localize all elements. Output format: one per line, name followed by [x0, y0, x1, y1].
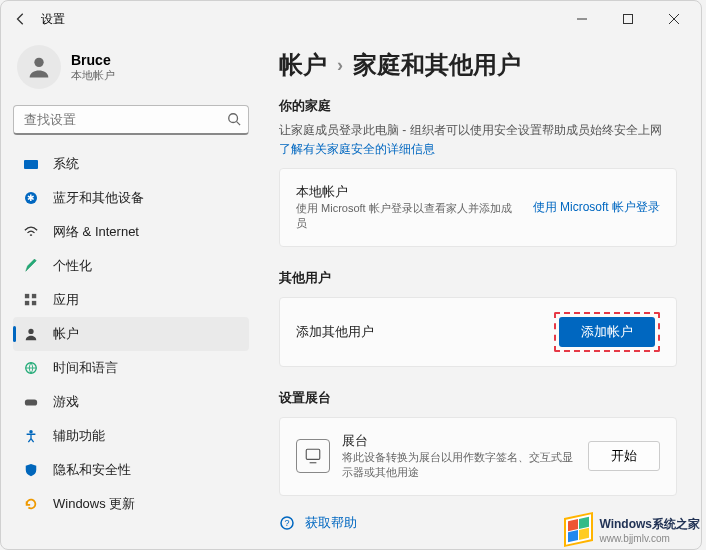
svg-rect-8 — [32, 294, 36, 298]
window-title: 设置 — [41, 11, 65, 28]
window-controls — [559, 3, 697, 35]
close-button[interactable] — [651, 3, 697, 35]
add-account-button[interactable]: 添加帐户 — [559, 317, 655, 347]
add-user-label: 添加其他用户 — [296, 323, 554, 341]
sidebar-item-label: 帐户 — [53, 325, 79, 343]
svg-rect-10 — [32, 301, 36, 305]
help-icon: ? — [279, 515, 295, 531]
sidebar-item-accessibility[interactable]: 辅助功能 — [13, 419, 249, 453]
watermark-url: www.bjjmlv.com — [599, 533, 700, 544]
sidebar-item-network[interactable]: 网络 & Internet — [13, 215, 249, 249]
svg-rect-9 — [25, 301, 29, 305]
back-button[interactable] — [5, 3, 37, 35]
highlight-annotation: 添加帐户 — [554, 312, 660, 352]
globe-icon — [23, 360, 39, 376]
breadcrumb: 帐户 › 家庭和其他用户 — [279, 49, 677, 81]
minimize-button[interactable] — [559, 3, 605, 35]
content-area: Bruce 本地帐户 系统 ✱ 蓝牙和其他设备 — [1, 37, 701, 549]
kiosk-title: 展台 — [342, 432, 588, 450]
svg-rect-15 — [306, 449, 320, 459]
sidebar-item-time[interactable]: 时间和语言 — [13, 351, 249, 385]
brush-icon — [23, 258, 39, 274]
sidebar-item-label: 网络 & Internet — [53, 223, 139, 241]
kiosk-card: 展台 将此设备转换为展台以用作数字签名、交互式显示器或其他用途 开始 — [279, 417, 677, 496]
search-input[interactable] — [13, 105, 249, 135]
local-account-title: 本地帐户 — [296, 183, 533, 201]
sidebar-item-label: 隐私和安全性 — [53, 461, 131, 479]
sidebar-item-label: 游戏 — [53, 393, 79, 411]
help-label: 获取帮助 — [305, 514, 357, 532]
sidebar-item-update[interactable]: Windows 更新 — [13, 487, 249, 521]
sidebar-item-label: 蓝牙和其他设备 — [53, 189, 144, 207]
main-panel: 帐户 › 家庭和其他用户 你的家庭 让家庭成员登录此电脑 - 组织者可以使用安全… — [261, 37, 701, 549]
svg-point-5 — [229, 114, 238, 123]
user-profile[interactable]: Bruce 本地帐户 — [13, 37, 249, 101]
accessibility-icon — [23, 428, 39, 444]
search-icon — [227, 112, 241, 130]
svg-rect-13 — [25, 399, 37, 405]
svg-rect-7 — [25, 294, 29, 298]
settings-window: 设置 Bruce 本地帐户 — [0, 0, 702, 550]
wifi-icon — [23, 224, 39, 240]
family-heading: 你的家庭 — [279, 97, 677, 115]
person-icon — [25, 53, 53, 81]
avatar — [17, 45, 61, 89]
kiosk-heading: 设置展台 — [279, 389, 677, 407]
watermark-title: Windows系统之家 — [599, 516, 700, 533]
other-users-heading: 其他用户 — [279, 269, 677, 287]
update-icon — [23, 496, 39, 512]
windows-logo-icon — [564, 512, 593, 547]
local-account-card: 本地帐户 使用 Microsoft 帐户登录以查看家人并添加成员 使用 Micr… — [279, 168, 677, 247]
svg-rect-1 — [624, 15, 633, 24]
svg-point-11 — [28, 329, 33, 334]
svg-line-6 — [237, 122, 241, 126]
sidebar-item-bluetooth[interactable]: ✱ 蓝牙和其他设备 — [13, 181, 249, 215]
search-container — [13, 105, 249, 135]
sidebar-item-privacy[interactable]: 隐私和安全性 — [13, 453, 249, 487]
page-title: 家庭和其他用户 — [353, 49, 521, 81]
chevron-right-icon: › — [337, 55, 343, 76]
sidebar-item-label: Windows 更新 — [53, 495, 135, 513]
maximize-icon — [623, 14, 633, 24]
user-type: 本地帐户 — [71, 68, 115, 83]
sidebar-item-system[interactable]: 系统 — [13, 147, 249, 181]
sidebar-item-personalize[interactable]: 个性化 — [13, 249, 249, 283]
maximize-button[interactable] — [605, 3, 651, 35]
sidebar-item-label: 应用 — [53, 291, 79, 309]
person-small-icon — [23, 326, 39, 342]
sidebar-item-apps[interactable]: 应用 — [13, 283, 249, 317]
local-account-desc: 使用 Microsoft 帐户登录以查看家人并添加成员 — [296, 201, 516, 232]
titlebar: 设置 — [1, 1, 701, 37]
bluetooth-icon: ✱ — [23, 190, 39, 206]
breadcrumb-root[interactable]: 帐户 — [279, 49, 327, 81]
sidebar-item-accounts[interactable]: 帐户 — [13, 317, 249, 351]
watermark: Windows系统之家 www.bjjmlv.com — [564, 515, 700, 544]
family-desc: 让家庭成员登录此电脑 - 组织者可以使用安全设置帮助成员始终安全上网 — [279, 121, 677, 139]
kiosk-desc: 将此设备转换为展台以用作数字签名、交互式显示器或其他用途 — [342, 450, 582, 481]
sidebar-item-label: 个性化 — [53, 257, 92, 275]
sidebar: Bruce 本地帐户 系统 ✱ 蓝牙和其他设备 — [1, 37, 261, 549]
ms-signin-link[interactable]: 使用 Microsoft 帐户登录 — [533, 199, 660, 216]
kiosk-icon — [296, 439, 330, 473]
svg-text:?: ? — [284, 518, 289, 528]
close-icon — [669, 14, 679, 24]
apps-icon — [23, 292, 39, 308]
sidebar-item-label: 时间和语言 — [53, 359, 118, 377]
svg-point-4 — [34, 58, 43, 67]
minimize-icon — [577, 14, 587, 24]
sidebar-item-label: 辅助功能 — [53, 427, 105, 445]
add-user-card: 添加其他用户 添加帐户 — [279, 297, 677, 367]
kiosk-start-button[interactable]: 开始 — [588, 441, 660, 471]
family-safety-link[interactable]: 了解有关家庭安全的详细信息 — [279, 142, 435, 156]
user-name: Bruce — [71, 52, 115, 68]
monitor-icon — [23, 156, 39, 172]
gamepad-icon — [23, 394, 39, 410]
sidebar-item-gaming[interactable]: 游戏 — [13, 385, 249, 419]
arrow-left-icon — [14, 12, 28, 26]
svg-point-14 — [29, 430, 33, 434]
shield-icon — [23, 462, 39, 478]
nav-list: 系统 ✱ 蓝牙和其他设备 网络 & Internet 个性化 应用 — [13, 147, 249, 521]
sidebar-item-label: 系统 — [53, 155, 79, 173]
